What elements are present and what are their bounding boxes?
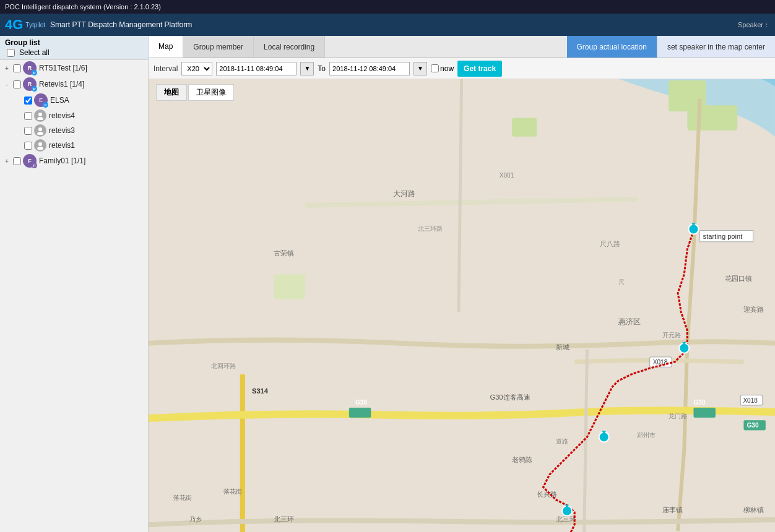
svg-rect-9 [512,118,537,136]
svg-text:古荣镇: 古荣镇 [274,249,294,257]
svg-text:龙门路: 龙门路 [669,413,687,419]
svg-text:郑州市: 郑州市 [637,432,656,439]
svg-text:X018: X018 [743,397,758,404]
toggle-rt51[interactable]: + [2,64,11,72]
speaker-info: Speaker： [738,20,770,30]
svg-text:G30: G30 [693,399,705,406]
check-retevis1m[interactable] [24,142,32,150]
tab-group-member[interactable]: Group member [183,36,254,58]
title-text: POC Intelligent dispatch system (Version… [5,3,161,11]
check-elsa[interactable] [24,97,32,105]
content-area: Map Group member Local recording Group a… [149,36,775,532]
from-cal-button[interactable]: ▼ [300,62,314,75]
check-retevis4[interactable] [24,112,32,120]
label-family01: Family01 [1/1] [39,157,85,165]
sidebar: Group list Select all + RP RT51Test [1/6… [0,36,149,532]
select-all-label: Select all [19,48,50,57]
from-date-input[interactable] [216,62,297,75]
check-rt51[interactable] [13,64,21,72]
map-type-satellite[interactable]: 卫星图像 [188,84,234,101]
svg-text:S314: S314 [252,387,269,395]
svg-text:柳林镇: 柳林镇 [743,506,764,513]
to-date-input[interactable] [329,62,410,75]
to-cal-button[interactable]: ▼ [413,62,427,75]
controls-bar: Interval X20 X1 X5 X10 X50 ▼ To ▼ now Ge… [149,58,775,79]
svg-rect-14 [693,408,715,418]
svg-text:落花街: 落花街 [223,488,242,495]
map-area[interactable]: 地图 卫星图像 [149,79,775,532]
svg-text:开元路: 开元路 [662,332,681,338]
svg-point-1 [37,117,43,120]
svg-text:尺: 尺 [618,278,625,285]
get-track-button[interactable]: Get track [457,61,502,77]
member-retevis3[interactable]: retevis3 [0,123,148,138]
svg-text:X001: X001 [500,172,514,179]
avatar-elsa: EP [34,93,48,107]
group-retevis1[interactable]: - RP Retevis1 [1/4] [0,76,148,92]
interval-select[interactable]: X20 X1 X5 X10 X50 [181,62,212,75]
toggle-retevis1[interactable]: - [2,80,11,88]
map-type-buttons: 地图 卫星图像 [156,84,234,101]
check-family01[interactable] [13,157,21,165]
member-retevis1m[interactable]: retevis1 [0,138,148,153]
avatar-rt51: RP [23,61,37,75]
avatar-family01: FP [23,154,37,168]
tab-map[interactable]: Map [149,36,183,58]
svg-text:G30: G30 [747,422,758,429]
svg-rect-13 [349,408,371,418]
map-svg: 大河路 X001 古荣镇 惠济区 开元路 尺八路 花园口镇 迎宾路 北回环路 S… [149,79,775,532]
svg-point-4 [38,142,42,146]
tab-local-recording[interactable]: Local recording [254,36,325,58]
svg-text:starting point: starting point [703,233,743,240]
map-type-map[interactable]: 地图 [156,84,187,101]
avatar-retevis1m [34,139,46,152]
svg-text:乃乡: 乃乡 [189,516,202,523]
select-all-checkbox[interactable] [7,49,15,57]
check-retevis1[interactable] [13,80,21,88]
avatar-retevis4 [34,109,46,122]
member-elsa[interactable]: EP ELSA [0,92,148,108]
interval-label: Interval [154,64,178,73]
group-family01[interactable]: + FP Family01 [1/1] [0,153,148,169]
main-layout: Group list Select all + RP RT51Test [1/6… [0,36,775,532]
svg-text:庙李镇: 庙李镇 [662,506,683,513]
svg-text:道路: 道路 [556,438,568,445]
svg-text:北三环: 北三环 [274,515,294,523]
tabs-bar: Map Group member Local recording Group a… [149,36,775,58]
svg-text:G30连客高速: G30连客高速 [490,393,530,401]
toggle-family01[interactable]: + [2,157,11,165]
avatar-retevis1: RP [23,77,37,91]
svg-text:老鸦陈: 老鸦陈 [512,456,532,463]
svg-rect-10 [274,274,305,299]
logo-tytpilot: Tytpilot [25,22,45,28]
label-retevis3: retevis3 [49,126,75,135]
svg-rect-8 [687,105,737,130]
tab-group-actual-location[interactable]: Group actual location [567,36,657,58]
label-rt51: RT51Test [1/6] [39,64,87,72]
svg-text:尺八路: 尺八路 [600,240,620,247]
logo-4g: 4G [5,17,23,33]
check-retevis3[interactable] [24,127,32,135]
now-checkbox[interactable] [431,64,439,72]
svg-text:大河路: 大河路 [393,189,415,198]
sidebar-header: Group list Select all [0,36,148,60]
svg-text:G30: G30 [355,399,367,406]
svg-point-3 [37,132,43,135]
label-retevis1: Retevis1 [1/4] [39,80,84,88]
title-bar: POC Intelligent dispatch system (Version… [0,0,775,14]
label-retevis1m: retevis1 [49,141,75,150]
member-retevis4[interactable]: retevis4 [0,108,148,123]
tab-set-speaker[interactable]: set speaker in the map center [657,36,775,58]
label-retevis4: retevis4 [49,111,75,120]
group-rt51[interactable]: + RP RT51Test [1/6] [0,60,148,76]
to-label: To [318,64,326,73]
svg-text:北三环: 北三环 [556,515,576,523]
group-list-label: Group list [5,38,143,47]
svg-text:花园口镇: 花园口镇 [725,275,752,282]
svg-point-5 [37,147,43,150]
tab-spacer [325,36,566,58]
header-bar: 4G Tytpilot Smart PTT Dispatch Managemen… [0,14,775,36]
select-all-row: Select all [5,48,143,57]
svg-text:北三环路: 北三环路 [418,225,443,232]
now-check-label[interactable]: now [431,64,454,73]
